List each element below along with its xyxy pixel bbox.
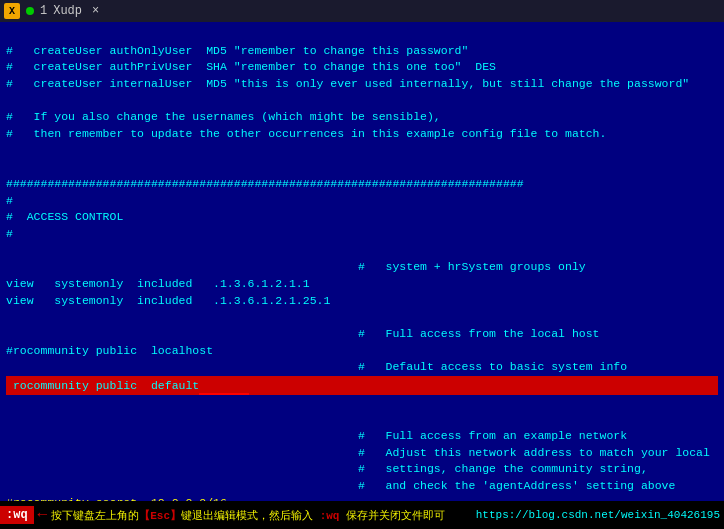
line-9: # [6, 194, 13, 207]
arrow-icon: ← [38, 506, 48, 524]
line-4 [6, 94, 13, 107]
line-13: # system + hrSystem groups only [6, 260, 586, 273]
line-2: # createUser authPrivUser SHA "remember … [6, 60, 496, 73]
title-bar-close[interactable]: × [92, 4, 99, 18]
terminal-content: # createUser authOnlyUser MD5 "remember … [6, 26, 718, 511]
title-bar-icon: X [4, 3, 20, 19]
vim-mode-label[interactable]: :wq [0, 506, 34, 524]
line-15: view systemonly included .1.3.6.1.2.1.25… [6, 294, 330, 307]
line-10: # ACCESS CONTROL [6, 210, 123, 223]
line-19: # Default access to basic system info [6, 360, 627, 373]
terminal: # createUser authOnlyUser MD5 "remember … [0, 22, 724, 529]
line-23: # settings, change the community string, [6, 462, 648, 475]
line-6: # then remember to update the other occu… [6, 127, 606, 140]
bottom-url: https://blog.csdn.net/weixin_40426195 [476, 509, 720, 521]
line-1: # createUser authOnlyUser MD5 "remember … [6, 44, 468, 57]
line-3: # createUser internalUser MD5 "this is o… [6, 77, 689, 90]
line-highlight: rocommunity public default [6, 376, 718, 395]
line-14: view systemonly included .1.3.6.1.2.1.1 [6, 277, 310, 290]
title-bar-appname: Xudp [53, 4, 82, 18]
line-11: # [6, 227, 13, 240]
line-18: #rocommunity public localhost [6, 344, 213, 357]
line-20 [6, 412, 13, 425]
bottom-instruction-text: 按下键盘左上角的【Esc】键退出编辑模式，然后输入 :wq 保存并关闭文件即可 [51, 508, 445, 523]
line-22: # Adjust this network address to match y… [6, 446, 710, 459]
line-5: # If you also change the usernames (whic… [6, 110, 441, 123]
line-24: # and check the 'agentAddress' setting a… [6, 479, 675, 492]
title-bar-dot [26, 7, 34, 15]
line-21: # Full access from an example network [6, 429, 627, 442]
line-8 [6, 160, 13, 173]
line-7 [6, 144, 13, 157]
line-12 [6, 244, 13, 257]
bottom-bar: :wq ← 按下键盘左上角的【Esc】键退出编辑模式，然后输入 :wq 保存并关… [0, 501, 724, 529]
line-16 [6, 310, 13, 323]
title-bar-number: 1 [40, 4, 47, 18]
line-divider: ########################################… [6, 177, 524, 190]
line-17: # Full access from the local host [6, 327, 600, 340]
title-bar: X 1 Xudp × [0, 0, 724, 22]
